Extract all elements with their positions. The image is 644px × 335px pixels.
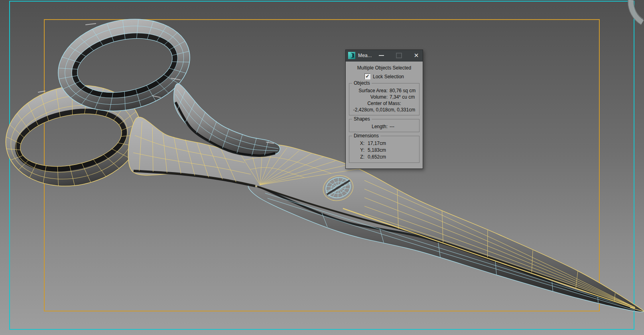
surface-area-row: Surface Area: 80,76 sq cm [351,87,418,94]
dimension-z-row: Z: 0,652cm [351,154,418,161]
dimension-x-row: X: 17,17cm [351,140,418,147]
lock-selection-checkbox[interactable]: ✓ [364,73,370,79]
dialog-title: Mea... [358,53,372,58]
selection-status-text: Multiple Objects Selected [348,65,421,71]
shapes-group: Shapes Length: --- [349,119,419,132]
dimensions-group: Dimensions X: 17,17cm Y: 5,183cm Z: 0,65… [349,136,419,163]
measure-dialog[interactable]: Mea... ✕ Multiple Objects Selected ✓ Loc… [345,50,423,169]
shapes-group-label: Shapes [352,116,372,122]
minimize-button[interactable] [376,50,386,61]
dimension-y-row: Y: 5,183cm [351,147,418,154]
center-of-mass-value: -2,428cm, 0,018cm, 0,331cm [351,107,418,113]
checkmark-icon: ✓ [365,74,369,79]
lock-selection-row: ✓ Lock Selection [348,73,421,79]
3dsmax-viewport-screen: { "window": { "title": "Mea...", "close_… [0,0,644,335]
3dsmax-logo-icon [348,52,355,59]
center-of-mass-label: Center of Mass: [351,100,418,107]
dialog-titlebar[interactable]: Mea... ✕ [346,50,423,61]
maximize-button[interactable] [394,50,404,61]
viewport-canvas[interactable] [0,0,644,335]
objects-group: Objects Surface Area: 80,76 sq cm Volume… [349,83,419,115]
objects-group-label: Objects [352,80,372,86]
viewport-corner-gizmo[interactable] [628,0,643,25]
lock-selection-label: Lock Selection [373,74,404,79]
dimensions-group-label: Dimensions [352,133,380,139]
maximize-icon [396,53,402,58]
close-button[interactable]: ✕ [411,50,421,61]
length-row: Length: --- [351,123,418,130]
volume-row: Volume: 7,34* cu cm [351,94,418,100]
dialog-body: Multiple Objects Selected ✓ Lock Selecti… [346,61,423,168]
minimize-icon [379,55,384,56]
